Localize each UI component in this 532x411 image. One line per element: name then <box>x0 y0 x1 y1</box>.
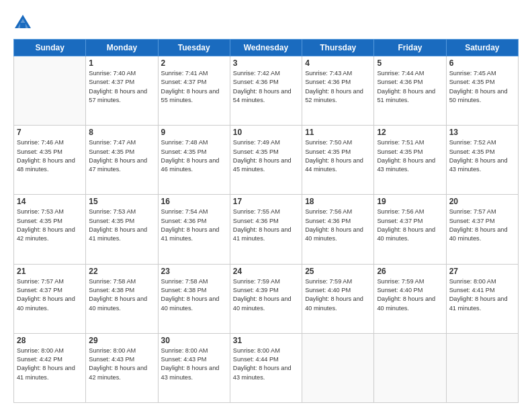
day-info: Sunrise: 7:50 AM Sunset: 4:35 PM Dayligh… <box>305 138 371 174</box>
calendar-cell: 29Sunrise: 8:00 AM Sunset: 4:43 PM Dayli… <box>86 333 158 402</box>
calendar-cell: 19Sunrise: 7:56 AM Sunset: 4:37 PM Dayli… <box>374 195 446 264</box>
calendar-cell: 23Sunrise: 7:58 AM Sunset: 4:38 PM Dayli… <box>158 264 230 333</box>
day-number: 12 <box>377 128 443 137</box>
weekday-header-tuesday: Tuesday <box>158 40 230 56</box>
calendar-cell: 20Sunrise: 7:57 AM Sunset: 4:37 PM Dayli… <box>446 195 518 264</box>
calendar-cell: 18Sunrise: 7:56 AM Sunset: 4:36 PM Dayli… <box>302 195 374 264</box>
day-info: Sunrise: 7:57 AM Sunset: 4:37 PM Dayligh… <box>449 208 515 243</box>
day-number: 21 <box>17 267 83 276</box>
day-info: Sunrise: 7:58 AM Sunset: 4:38 PM Dayligh… <box>161 277 227 313</box>
day-number: 1 <box>89 58 154 68</box>
day-info: Sunrise: 7:52 AM Sunset: 4:35 PM Dayligh… <box>449 138 515 174</box>
calendar-cell: 22Sunrise: 7:58 AM Sunset: 4:38 PM Dayli… <box>86 264 158 333</box>
day-number: 14 <box>17 197 83 206</box>
calendar-week-4: 28Sunrise: 8:00 AM Sunset: 4:42 PM Dayli… <box>14 333 519 402</box>
logo-icon <box>13 13 32 32</box>
day-number: 19 <box>377 197 443 206</box>
calendar-cell: 14Sunrise: 7:53 AM Sunset: 4:35 PM Dayli… <box>14 195 86 264</box>
day-info: Sunrise: 7:47 AM Sunset: 4:35 PM Dayligh… <box>89 138 154 174</box>
calendar-cell: 8Sunrise: 7:47 AM Sunset: 4:35 PM Daylig… <box>86 126 158 195</box>
day-info: Sunrise: 7:59 AM Sunset: 4:39 PM Dayligh… <box>233 277 299 313</box>
weekday-header-friday: Friday <box>374 40 446 56</box>
day-number: 17 <box>233 197 299 206</box>
day-number: 20 <box>449 197 515 206</box>
calendar-week-2: 14Sunrise: 7:53 AM Sunset: 4:35 PM Dayli… <box>14 195 519 264</box>
day-info: Sunrise: 7:40 AM Sunset: 4:37 PM Dayligh… <box>89 69 154 105</box>
day-number: 27 <box>449 267 515 276</box>
day-number: 23 <box>161 267 227 276</box>
calendar-week-0: 1Sunrise: 7:40 AM Sunset: 4:37 PM Daylig… <box>14 56 519 126</box>
day-number: 31 <box>233 336 299 345</box>
calendar-cell: 13Sunrise: 7:52 AM Sunset: 4:35 PM Dayli… <box>446 126 518 195</box>
day-info: Sunrise: 7:46 AM Sunset: 4:35 PM Dayligh… <box>17 138 83 174</box>
calendar-cell: 31Sunrise: 8:00 AM Sunset: 4:44 PM Dayli… <box>230 333 302 402</box>
day-number: 13 <box>449 128 515 137</box>
day-info: Sunrise: 7:44 AM Sunset: 4:36 PM Dayligh… <box>377 69 443 105</box>
calendar-cell <box>14 56 86 126</box>
weekday-header-thursday: Thursday <box>302 40 374 56</box>
day-info: Sunrise: 7:58 AM Sunset: 4:38 PM Dayligh… <box>89 277 154 313</box>
day-number: 15 <box>89 197 154 206</box>
calendar-cell: 11Sunrise: 7:50 AM Sunset: 4:35 PM Dayli… <box>302 126 374 195</box>
calendar-cell: 5Sunrise: 7:44 AM Sunset: 4:36 PM Daylig… <box>374 56 446 126</box>
calendar-cell: 25Sunrise: 7:59 AM Sunset: 4:40 PM Dayli… <box>302 264 374 333</box>
calendar-table: SundayMondayTuesdayWednesdayThursdayFrid… <box>13 39 519 403</box>
calendar-cell <box>446 333 518 402</box>
day-number: 25 <box>305 267 371 276</box>
day-number: 8 <box>89 128 154 137</box>
calendar-cell: 4Sunrise: 7:43 AM Sunset: 4:36 PM Daylig… <box>302 56 374 126</box>
day-info: Sunrise: 7:59 AM Sunset: 4:40 PM Dayligh… <box>377 277 443 313</box>
calendar-cell: 1Sunrise: 7:40 AM Sunset: 4:37 PM Daylig… <box>86 56 158 126</box>
day-info: Sunrise: 7:42 AM Sunset: 4:36 PM Dayligh… <box>233 69 299 105</box>
calendar-cell: 30Sunrise: 8:00 AM Sunset: 4:43 PM Dayli… <box>158 333 230 402</box>
day-number: 18 <box>305 197 371 206</box>
day-info: Sunrise: 7:51 AM Sunset: 4:35 PM Dayligh… <box>377 138 443 174</box>
day-info: Sunrise: 7:53 AM Sunset: 4:35 PM Dayligh… <box>89 208 154 243</box>
calendar-cell: 2Sunrise: 7:41 AM Sunset: 4:37 PM Daylig… <box>158 56 230 126</box>
page: SundayMondayTuesdayWednesdayThursdayFrid… <box>0 0 532 411</box>
calendar-week-1: 7Sunrise: 7:46 AM Sunset: 4:35 PM Daylig… <box>14 126 519 195</box>
day-number: 7 <box>17 128 83 137</box>
header <box>13 11 519 32</box>
day-info: Sunrise: 7:55 AM Sunset: 4:36 PM Dayligh… <box>233 208 299 243</box>
day-number: 28 <box>17 336 83 345</box>
calendar-cell: 28Sunrise: 8:00 AM Sunset: 4:42 PM Dayli… <box>14 333 86 402</box>
svg-rect-2 <box>20 23 26 28</box>
calendar-cell: 16Sunrise: 7:54 AM Sunset: 4:36 PM Dayli… <box>158 195 230 264</box>
day-info: Sunrise: 7:41 AM Sunset: 4:37 PM Dayligh… <box>161 69 227 105</box>
day-info: Sunrise: 8:00 AM Sunset: 4:41 PM Dayligh… <box>449 277 515 313</box>
calendar-cell: 27Sunrise: 8:00 AM Sunset: 4:41 PM Dayli… <box>446 264 518 333</box>
day-number: 3 <box>233 58 299 68</box>
day-info: Sunrise: 7:49 AM Sunset: 4:35 PM Dayligh… <box>233 138 299 174</box>
day-number: 24 <box>233 267 299 276</box>
calendar-cell: 21Sunrise: 7:57 AM Sunset: 4:37 PM Dayli… <box>14 264 86 333</box>
calendar-cell <box>374 333 446 402</box>
day-number: 22 <box>89 267 154 276</box>
day-number: 5 <box>377 58 443 68</box>
day-info: Sunrise: 7:45 AM Sunset: 4:35 PM Dayligh… <box>449 69 515 105</box>
day-info: Sunrise: 8:00 AM Sunset: 4:43 PM Dayligh… <box>89 347 154 382</box>
day-number: 10 <box>233 128 299 137</box>
day-number: 4 <box>305 58 371 68</box>
calendar-cell: 24Sunrise: 7:59 AM Sunset: 4:39 PM Dayli… <box>230 264 302 333</box>
weekday-header-sunday: Sunday <box>14 40 86 56</box>
calendar-cell <box>302 333 374 402</box>
day-info: Sunrise: 7:54 AM Sunset: 4:36 PM Dayligh… <box>161 208 227 243</box>
day-info: Sunrise: 8:00 AM Sunset: 4:44 PM Dayligh… <box>233 347 299 382</box>
day-number: 2 <box>161 58 227 68</box>
calendar-body: 1Sunrise: 7:40 AM Sunset: 4:37 PM Daylig… <box>14 56 519 403</box>
day-info: Sunrise: 7:59 AM Sunset: 4:40 PM Dayligh… <box>305 277 371 313</box>
calendar-header: SundayMondayTuesdayWednesdayThursdayFrid… <box>14 40 519 56</box>
calendar-week-3: 21Sunrise: 7:57 AM Sunset: 4:37 PM Dayli… <box>14 264 519 333</box>
day-info: Sunrise: 7:53 AM Sunset: 4:35 PM Dayligh… <box>17 208 83 243</box>
calendar-cell: 9Sunrise: 7:48 AM Sunset: 4:35 PM Daylig… <box>158 126 230 195</box>
calendar-cell: 12Sunrise: 7:51 AM Sunset: 4:35 PM Dayli… <box>374 126 446 195</box>
day-number: 16 <box>161 197 227 206</box>
day-number: 9 <box>161 128 227 137</box>
weekday-header-wednesday: Wednesday <box>230 40 302 56</box>
day-info: Sunrise: 7:48 AM Sunset: 4:35 PM Dayligh… <box>161 138 227 174</box>
weekday-header-monday: Monday <box>86 40 158 56</box>
calendar-cell: 26Sunrise: 7:59 AM Sunset: 4:40 PM Dayli… <box>374 264 446 333</box>
day-info: Sunrise: 7:43 AM Sunset: 4:36 PM Dayligh… <box>305 69 371 105</box>
day-number: 11 <box>305 128 371 137</box>
